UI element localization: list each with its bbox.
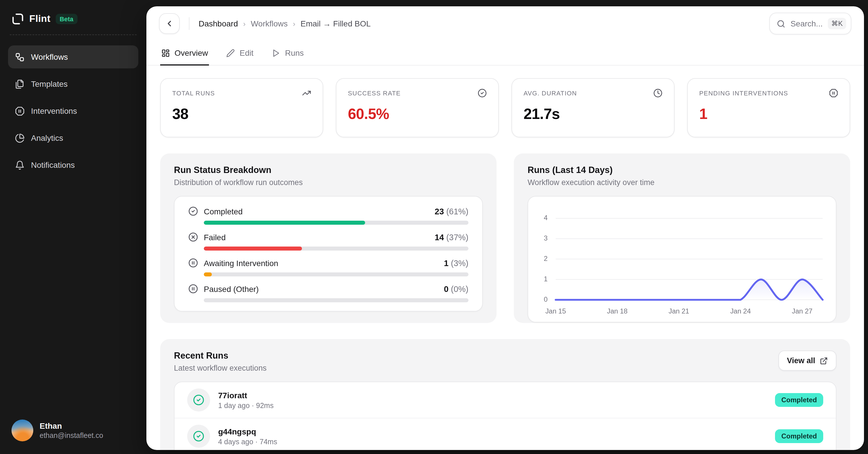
bell-icon — [15, 160, 25, 170]
svg-text:4: 4 — [544, 214, 548, 222]
circle-x-icon — [188, 232, 198, 242]
trending-up-icon — [302, 88, 311, 98]
runs-chart-card: Runs (Last 14 Days) Workflow execution a… — [514, 153, 850, 323]
run-status-breakdown-card: Run Status Breakdown Distribution of wor… — [160, 153, 497, 323]
view-all-button[interactable]: View all — [778, 350, 836, 371]
workflow-icon — [15, 52, 25, 62]
breadcrumb-item-dashboard[interactable]: Dashboard — [198, 19, 238, 28]
breakdown-subtitle: Distribution of workflow run outcomes — [174, 178, 483, 187]
breadcrumb-separator: › — [293, 19, 296, 28]
run-name: g44ngspq — [218, 426, 277, 437]
beta-badge: Beta — [56, 14, 78, 24]
svg-text:Jan 24: Jan 24 — [730, 307, 751, 315]
avatar[interactable] — [11, 420, 33, 442]
tab-overview[interactable]: Overview — [160, 41, 209, 65]
breadcrumb: Dashboard›Workflows›Email → Filled BOL — [198, 19, 371, 28]
run-row-g44ngspq[interactable]: g44ngspq 4 days ago · 74ms Completed — [175, 418, 836, 450]
flint-logo-icon — [11, 12, 24, 25]
sidebar-item-notifications[interactable]: Notifications — [8, 153, 138, 176]
status-percent: (37%) — [446, 232, 468, 242]
breadcrumb-item-email-filled-bol[interactable]: Email → Filled BOL — [301, 19, 371, 28]
sidebar-item-interventions[interactable]: Interventions — [8, 100, 138, 122]
recent-runs-card: Recent Runs Latest workflow executions V… — [160, 339, 850, 450]
recent-runs-title: Recent Runs — [174, 350, 267, 361]
breakdown-row-completed: Completed 23(61%) — [188, 206, 468, 225]
sidebar-item-analytics[interactable]: Analytics — [8, 126, 138, 149]
user-profile[interactable]: Ethan ethan@instafleet.co — [0, 409, 146, 454]
line-chart-svg: 01234Jan 15Jan 18Jan 21Jan 24Jan 27 — [528, 197, 836, 321]
status-label: Failed — [204, 232, 226, 242]
svg-text:Jan 18: Jan 18 — [607, 307, 627, 315]
status-count: 0(0%) — [444, 284, 468, 293]
chart-inner-card: 01234Jan 15Jan 18Jan 21Jan 24Jan 27 — [528, 196, 836, 322]
breakdown-row-head: Failed 14(37%) — [188, 232, 468, 242]
breakdown-row-failed: Failed 14(37%) — [188, 232, 468, 251]
chevron-left-icon — [165, 19, 174, 28]
svg-text:Jan 15: Jan 15 — [546, 307, 566, 315]
octagon-pause-icon — [15, 106, 25, 116]
octagon-pause-icon — [829, 88, 838, 98]
user-email: ethan@instafleet.co — [40, 432, 103, 439]
circle-check-icon — [193, 430, 205, 442]
sidebar-item-workflows[interactable]: Workflows — [8, 46, 138, 68]
progress-fill — [204, 221, 365, 225]
search-placeholder: Search... — [790, 19, 823, 28]
breakdown-row-head: Paused (Other) 0(0%) — [188, 284, 468, 294]
runs-list: 77ioratt 1 day ago · 92ms Completed g44n… — [174, 381, 836, 450]
circle-pause-icon — [188, 258, 198, 268]
stat-card-pending-interventions: PENDING INTERVENTIONS 1 — [687, 78, 850, 137]
status-label: Paused (Other) — [204, 284, 259, 293]
back-button[interactable] — [159, 13, 180, 34]
clock-icon — [653, 88, 662, 98]
breakdown-rows: Completed 23(61%) Failed 14(37%) Awaitin… — [175, 197, 482, 311]
chart-title: Runs (Last 14 Days) — [528, 165, 836, 175]
stat-card-total-runs: TOTAL RUNS 38 — [160, 78, 323, 137]
status-badge: Completed — [775, 429, 823, 443]
app-root: Flint Beta WorkflowsTemplatesInterventio… — [0, 0, 868, 454]
breakdown-row-paused-other: Paused (Other) 0(0%) — [188, 284, 468, 302]
recent-runs-subtitle: Latest workflow executions — [174, 364, 267, 372]
status-label: Awaiting Intervention — [204, 258, 278, 267]
sidebar-item-label: Analytics — [31, 133, 63, 143]
breakdown-inner-card: Completed 23(61%) Failed 14(37%) Awaitin… — [174, 196, 483, 311]
svg-text:Jan 27: Jan 27 — [792, 307, 813, 315]
sidebar-divider — [10, 34, 136, 35]
stat-value: 60.5% — [348, 105, 487, 123]
svg-text:2: 2 — [544, 255, 548, 262]
status-count: 1(3%) — [444, 258, 468, 267]
search-button[interactable]: Search... ⌘K — [769, 12, 851, 34]
circle-pause-icon — [188, 284, 198, 294]
stat-card-top: TOTAL RUNS — [172, 88, 311, 98]
stat-label: AVG. DURATION — [524, 90, 577, 96]
sidebar-item-label: Notifications — [31, 160, 75, 170]
stat-card-top: PENDING INTERVENTIONS — [699, 88, 838, 98]
search-icon — [777, 19, 785, 28]
run-row-77ioratt[interactable]: 77ioratt 1 day ago · 92ms Completed — [175, 382, 836, 418]
runs-line-chart: 01234Jan 15Jan 18Jan 21Jan 24Jan 27 — [528, 197, 836, 321]
sidebar-item-templates[interactable]: Templates — [8, 73, 138, 95]
status-percent: (61%) — [446, 207, 468, 216]
pie-chart-icon — [15, 133, 25, 143]
tabbar: OverviewEditRuns — [146, 41, 864, 65]
breadcrumb-item-workflows[interactable]: Workflows — [251, 19, 288, 28]
stat-label: PENDING INTERVENTIONS — [699, 90, 788, 96]
breadcrumb-separator: › — [243, 19, 246, 28]
svg-text:0: 0 — [544, 295, 548, 303]
view-all-label: View all — [787, 356, 815, 365]
svg-text:1: 1 — [544, 275, 548, 283]
sidebar: Flint Beta WorkflowsTemplatesInterventio… — [0, 0, 146, 454]
progress-track — [204, 298, 468, 302]
breakdown-row-head: Completed 23(61%) — [188, 206, 468, 216]
files-icon — [15, 79, 25, 89]
user-name: Ethan — [40, 422, 103, 432]
breakdown-title: Run Status Breakdown — [174, 165, 483, 175]
app-name: Flint — [29, 13, 51, 25]
tab-label: Runs — [285, 48, 304, 57]
tab-runs[interactable]: Runs — [271, 41, 305, 65]
tab-edit[interactable]: Edit — [225, 41, 255, 65]
status-percent: (3%) — [451, 258, 468, 267]
tab-label: Overview — [175, 48, 208, 57]
run-status-avatar — [187, 425, 210, 448]
status-percent: (0%) — [451, 284, 468, 293]
status-label: Completed — [204, 207, 243, 216]
